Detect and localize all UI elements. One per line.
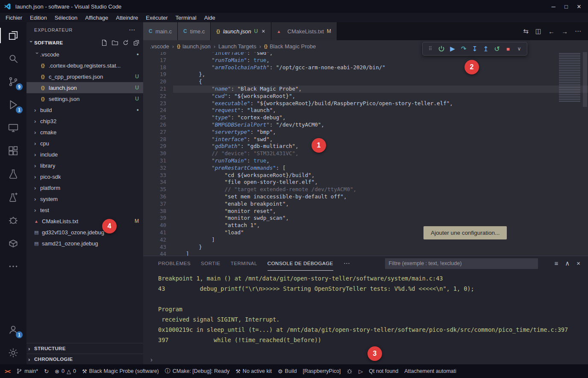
refresh-icon[interactable] — [122, 39, 129, 46]
code-line-24[interactable]: 24 "request": "launch", — [143, 107, 588, 114]
code-line-26[interactable]: 26 "BMPGDBSerialPort": "/dev/ttyACM0", — [143, 121, 588, 129]
add-configuration-button[interactable]: Ajouter une configuration... — [423, 226, 507, 239]
build-target-button[interactable]: [RaspberryPico] — [300, 364, 344, 378]
tree-item-include[interactable]: ›include — [26, 149, 143, 160]
more-actions-icon[interactable]: ⋯ — [575, 27, 581, 35]
tree-item-settings-json[interactable]: {}settings.jsonU — [26, 93, 143, 104]
code-line-17[interactable]: 17 "runToMain": true, — [143, 57, 588, 64]
close-button[interactable]: ✕ — [573, 1, 585, 12]
code-line-23[interactable]: 23 "executable": "${workspaceRoot}/build… — [143, 100, 588, 107]
compare-icon[interactable]: ⇆ — [523, 27, 529, 35]
tree-item-platform[interactable]: ›platform — [26, 182, 143, 193]
close-icon[interactable]: × — [262, 28, 265, 35]
breadcrumb-item[interactable]: {}launch.json — [177, 43, 211, 50]
code-line-37[interactable]: 37 "enable breakpoint", — [143, 201, 588, 208]
power-button[interactable] — [436, 43, 447, 54]
debug-button[interactable] — [344, 364, 356, 378]
panel-tab-terminal[interactable]: TERMINAL — [231, 256, 257, 271]
activity-test-explorer[interactable] — [0, 186, 26, 209]
tree-item-vscode[interactable]: ›.vscode● — [26, 49, 143, 60]
tree-item-gd32vf103-ozone-jdebug[interactable]: ▤gd32vf103_ozone.jdebug — [26, 227, 143, 238]
code-line-20[interactable]: 20 { — [143, 78, 588, 86]
menu-aide[interactable]: Aide — [200, 15, 219, 21]
debug-console-output[interactable]: Breakpoint 1, main () at /mnt/data/git/o… — [143, 271, 588, 364]
continue-button[interactable]: ▶ — [447, 43, 458, 54]
code-line-27[interactable]: 27 "servertype": "bmp", — [143, 129, 588, 136]
code-line-33[interactable]: 33 "cd ${workspaceRoot}/build", — [143, 172, 588, 179]
tree-item-cpu[interactable]: ›cpu — [26, 138, 143, 149]
console-prompt[interactable]: › — [150, 356, 153, 363]
tree-item-test[interactable]: ›test — [26, 204, 143, 216]
tab-time-c[interactable]: C time.c — [178, 22, 211, 40]
activity-package[interactable] — [0, 232, 26, 255]
activity-explorer[interactable] — [0, 24, 26, 47]
menu-atteindre[interactable]: Atteindre — [112, 15, 142, 21]
tree-item-cmake[interactable]: ›cmake — [26, 127, 143, 138]
menu-ex-cuter[interactable]: Exécuter — [142, 15, 171, 21]
split-editor-icon[interactable]: ◫ — [535, 27, 541, 35]
kit-button[interactable]: ⚒No active kit — [232, 364, 275, 378]
activity-more[interactable] — [0, 255, 26, 278]
code-line-38[interactable]: 38 "monitor reset", — [143, 208, 588, 215]
menu-edition[interactable]: Edition — [26, 15, 51, 21]
drag-grip-icon[interactable]: ⠿ — [425, 43, 435, 54]
debug-target-button[interactable]: ⚒Black Magic Probe (software) — [79, 364, 162, 378]
activity-run-debug[interactable]: 1 — [0, 93, 26, 116]
code-line-41[interactable]: 41 "load" — [143, 229, 588, 236]
step-out-button[interactable]: ↥ — [481, 43, 491, 54]
activity-source-control[interactable]: 9 — [0, 70, 26, 93]
remote-indicator[interactable]: >< — [2, 364, 13, 378]
sidebar-more-icon[interactable]: ⋯ — [129, 26, 135, 34]
code-line-34[interactable]: 34 "file open-story-teller.elf", — [143, 179, 588, 186]
breadcrumb-item[interactable]: Launch Targets — [218, 43, 256, 50]
activity-remote-explorer[interactable] — [0, 116, 26, 139]
activity-extensions[interactable] — [0, 139, 26, 162]
code-line-21[interactable]: 21 "name": "Black Magic Probe", — [143, 86, 588, 93]
minimize-button[interactable]: ─ — [548, 1, 559, 12]
tab-cmakelists[interactable]: ▲ CMakeLists.txt M — [271, 22, 337, 40]
new-folder-icon[interactable] — [112, 39, 118, 46]
step-into-button[interactable]: ↧ — [470, 43, 480, 54]
code-line-25[interactable]: 25 "type": "cortex-debug", — [143, 114, 588, 121]
code-line-22[interactable]: 22 "cwd": "${workspaceRoot}", — [143, 93, 588, 100]
collapse-all-icon[interactable] — [133, 39, 140, 46]
panel-tab-console-de-d-bogage[interactable]: CONSOLE DE DÉBOGAGE — [268, 256, 333, 271]
tree-item-c-cpp-properties-json[interactable]: {}c_cpp_properties.jsonU — [26, 71, 143, 82]
code-line-18[interactable]: 18 "armToolchainPath": "/opt/gcc-arm-non… — [143, 64, 588, 71]
problems-indicator[interactable]: ⊗0 △0 — [52, 364, 79, 378]
tree-item-samd21-ozone-jdebug[interactable]: ▤samd21_ozone.jdebug — [26, 238, 143, 249]
tree-item-pico-sdk[interactable]: ›pico-sdk — [26, 171, 143, 182]
cmake-status[interactable]: ⓘCMake: [Debug]: Ready — [162, 364, 232, 378]
code-line-44[interactable]: 44 ] — [143, 251, 588, 256]
menu-s-lection[interactable]: Sélection — [51, 15, 81, 21]
activity-testing[interactable] — [0, 162, 26, 186]
timeline-section[interactable]: › CHRONOLOGIE — [26, 354, 143, 364]
menu-terminal[interactable]: Terminal — [172, 15, 200, 21]
back-icon[interactable]: ← — [548, 28, 555, 35]
stop-button[interactable]: ■ — [503, 43, 513, 54]
tree-item-chip32[interactable]: ›chip32 — [26, 115, 143, 127]
code-line-19[interactable]: 19 }, — [143, 71, 588, 78]
menu-fichier[interactable]: Fichier — [2, 15, 26, 21]
code-line-30[interactable]: 30 // "device": "STM32L431VC", — [143, 150, 588, 157]
code-line-39[interactable]: 39 "monitor swdp_scan", — [143, 215, 588, 222]
tab-launch-json[interactable]: {} launch.json U × — [211, 22, 271, 40]
activity-account[interactable]: 1 — [0, 318, 26, 341]
close-panel-icon[interactable]: × — [576, 260, 580, 267]
launch-button[interactable]: ▷ — [356, 364, 366, 378]
sync-button[interactable]: ↻ — [41, 364, 52, 378]
tree-item-cmakelists-txt[interactable]: ▲CMakeLists.txtM — [26, 216, 143, 227]
outline-section[interactable]: › STRUCTURE — [26, 343, 143, 354]
breadcrumb-item[interactable]: {}Black Magic Probe — [264, 43, 316, 50]
code-line-43[interactable]: 43 } — [143, 244, 588, 251]
forward-icon[interactable]: → — [562, 28, 568, 35]
code-line-35[interactable]: 35 // "target extended-remote /dev/ttyAC… — [143, 186, 588, 193]
auto-attach-status[interactable]: Attachement automati — [401, 364, 459, 378]
code-editor[interactable]: 16 "interface": "swd",17 "runToMain": tr… — [143, 52, 588, 256]
code-line-32[interactable]: 32 "preRestartCommands": [ — [143, 165, 588, 172]
qt-status[interactable]: Qt not found — [366, 364, 401, 378]
tab-main-c[interactable]: C main.c — [143, 22, 178, 40]
activity-debugger-bug[interactable] — [0, 209, 26, 232]
new-file-icon[interactable] — [101, 39, 108, 46]
activity-search[interactable] — [0, 47, 26, 70]
